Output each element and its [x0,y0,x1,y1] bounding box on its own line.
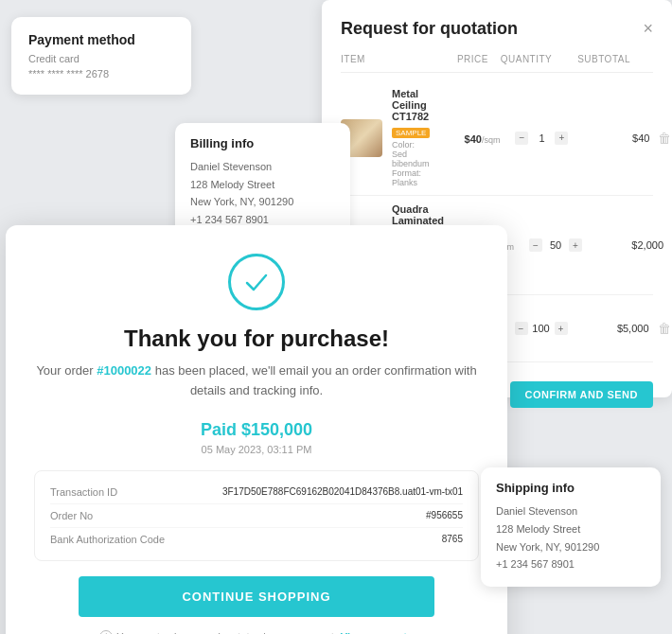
thankyou-modal: Thank you for purchase! Your order #1000… [6,225,507,634]
paid-label: Paid [201,420,241,439]
checkmark-svg [242,268,271,296]
shipping-city: New York, NY, 901290 [496,541,599,553]
thankyou-title: Thank you for purchase! [34,326,479,352]
col-qty-header: QUANTITY [488,54,564,64]
item-1-badge: SAMPLE [392,128,430,138]
payment-method-number: **** **** **** 2678 [28,68,174,79]
item-2-qty: − 50 + [518,238,593,252]
item-2-qty-inc[interactable]: + [569,238,582,252]
item-1-detail1: Color: Sed bibendum [392,140,430,168]
continue-shopping-button[interactable]: CONTINUE SHOPPING [79,576,434,617]
payment-method-title: Payment method [28,32,174,47]
shipping-info-text: Daniel Stevenson 128 Melody Street New Y… [496,502,645,573]
billing-address: 128 Melody Street [190,179,274,190]
item-3-qty: − 100 + [504,322,579,335]
order-no-row: Order No #956655 [50,504,463,528]
auth-code-value: 8765 [442,534,463,545]
item-2-qty-dec[interactable]: − [529,238,542,252]
track-order-text: i You can track your order status in you… [34,630,479,634]
item-1-qty-dec[interactable]: − [515,132,528,145]
paid-amount-value: $150,000 [241,420,312,439]
transaction-table: Transaction ID 3F17D50E788FC69162B02041D… [34,470,479,561]
item-1-price: $40/sqm [433,130,500,147]
item-1-delete-icon[interactable]: 🗑 [653,131,672,146]
item-3-subtotal: $5,000 [583,323,649,334]
item-3-delete-icon[interactable]: 🗑 [653,321,672,336]
col-item-header: ITEM [341,54,422,64]
billing-phone: +1 234 567 8901 [190,214,269,225]
paid-amount: Paid $150,000 [34,420,479,440]
item-1-subtotal: $40 [583,132,649,144]
item-1-qty-val: 1 [532,132,551,144]
subtitle-after: has been placed, we'll email you an orde… [151,363,477,397]
rfq-table-header: ITEM PRICE QUANTITY SUBTOTAL [341,54,653,73]
item-2-delete-icon[interactable]: 🗑 [667,238,672,253]
rfq-item-1: Metal Ceiling CT1782 SAMPLE Color: Sed b… [341,80,653,196]
info-icon: i [99,630,113,634]
item-1-qty: − 1 + [504,132,579,145]
transaction-id-row: Transaction ID 3F17D50E788FC69162B02041D… [50,481,463,504]
item-3-qty-dec[interactable]: − [515,322,528,335]
auth-code-row: Bank Authorization Code 8765 [50,528,463,551]
item-1-info: Metal Ceiling CT1782 SAMPLE Color: Sed b… [392,88,430,187]
billing-info-title: Billing info [190,136,335,150]
item-1-detail2: Format: Planks [392,168,430,187]
shipping-info-title: Shipping info [496,481,645,495]
confirm-send-button[interactable]: CONFIRM AND SEND [510,381,653,408]
rfq-header: Request for quotation × [341,19,653,39]
item-2-subtotal: $2,000 [597,239,663,251]
payment-method-type: Credit card [28,53,174,64]
item-3-qty-inc[interactable]: + [555,322,568,335]
shipping-phone: +1 234 567 8901 [496,558,575,570]
check-circle-icon [228,254,285,310]
order-no-value: #956655 [426,510,463,521]
shipping-name: Daniel Stevenson [496,505,577,517]
order-no-label: Order No [50,510,93,521]
shipping-address: 128 Melody Street [496,523,580,535]
billing-city: New York, NY, 901290 [190,196,293,207]
close-icon[interactable]: × [643,19,653,39]
transaction-id-value: 3F17D50E788FC69162B02041D84376B8.uat01-v… [222,486,463,498]
col-price-header: PRICE [422,54,488,64]
order-link[interactable]: #1000022 [97,363,151,378]
transaction-id-label: Transaction ID [50,486,117,498]
col-sub-header: SUBTOTAL [564,54,630,64]
billing-info-card: Billing info Daniel Stevenson 128 Melody… [175,123,350,242]
subtitle-before: Your order [36,363,97,378]
paid-date: 05 May 2023, 03:11 PM [34,444,479,455]
payment-method-card: Payment method Credit card **** **** ***… [11,17,191,95]
billing-info-text: Daniel Stevenson 128 Melody Street New Y… [190,158,335,229]
track-prefix: You can track your order status in your … [116,631,337,634]
shipping-info-card: Shipping info Daniel Stevenson 128 Melod… [481,467,661,587]
view-account-link[interactable]: View account › [341,631,414,634]
thankyou-subtitle: Your order #1000022 has been placed, we'… [34,361,479,401]
rfq-title: Request for quotation [341,19,518,39]
item-2-qty-val: 50 [546,239,565,251]
item-3-qty-val: 100 [532,323,551,334]
item-1-qty-inc[interactable]: + [555,132,568,145]
billing-name: Daniel Stevenson [190,161,272,172]
auth-code-label: Bank Authorization Code [50,534,165,545]
item-1-name: Metal Ceiling CT1782 [392,88,430,122]
